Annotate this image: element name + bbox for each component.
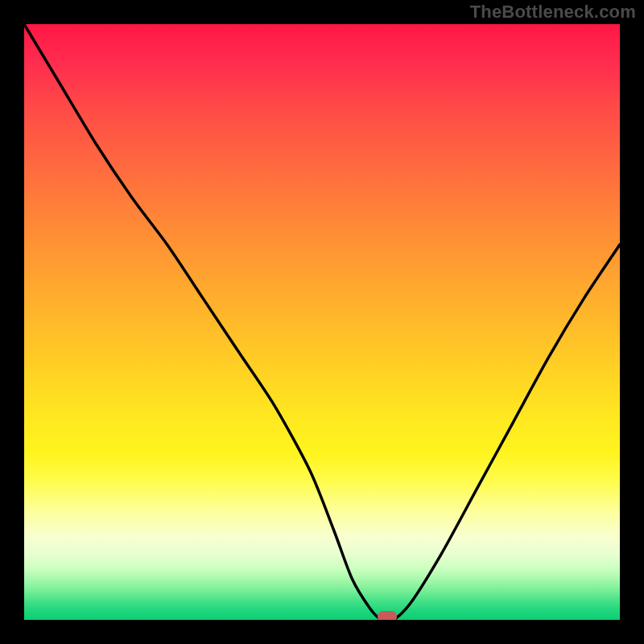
curve-path [24, 24, 620, 620]
optimum-marker [378, 611, 397, 620]
watermark-text: TheBottleneck.com [470, 2, 636, 23]
chart-frame: TheBottleneck.com [0, 0, 644, 644]
bottleneck-curve [24, 24, 620, 620]
plot-area [24, 24, 620, 620]
